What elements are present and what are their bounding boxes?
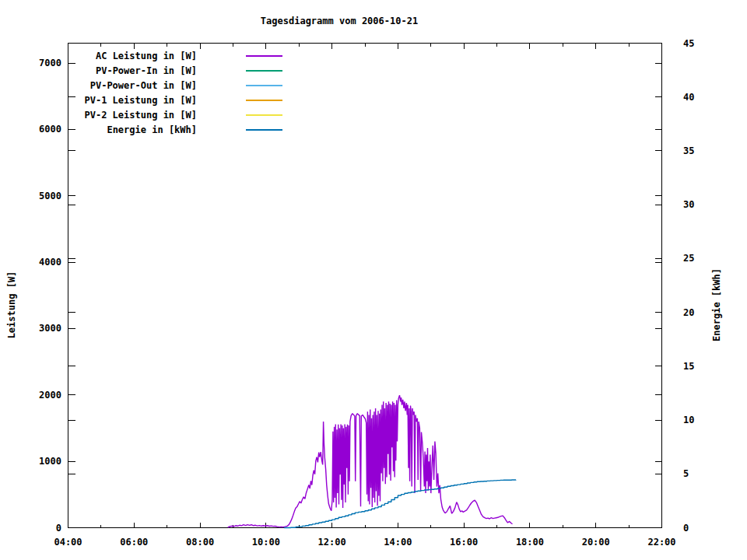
legend: AC Leistung in [W]PV-Power-In in [W]PV-P… [68, 48, 282, 137]
y2-tick-label: 15 [683, 361, 694, 372]
legend-line-sample [246, 55, 282, 57]
x-tick-label: 12:00 [318, 537, 346, 548]
y2-tick-label: 35 [683, 145, 694, 156]
legend-item-label: PV-Power-In in [W] [68, 65, 197, 76]
y2-tick-label: 5 [683, 468, 689, 479]
legend-item-label: PV-2 Leistung in [W] [68, 110, 197, 121]
legend-item-label: AC Leistung in [W] [68, 51, 197, 61]
y1-tick-label: 4000 [39, 257, 61, 268]
y1-tick-label: 7000 [39, 58, 61, 68]
y1-tick-label: 6000 [39, 124, 61, 135]
legend-item-label: PV-Power-Out in [W] [68, 80, 197, 91]
x-tick-label: 16:00 [450, 537, 478, 548]
x-tick-label: 20:00 [582, 537, 610, 548]
legend-item: AC Leistung in [W] [68, 48, 282, 63]
y1-tick-label: 1000 [39, 456, 61, 467]
chart-canvas: Tagesdiagramm vom 2006-10-21 Leistung [W… [0, 0, 747, 560]
y2-tick-label: 25 [683, 253, 694, 264]
x-tick-label: 06:00 [120, 537, 148, 548]
y2-tick-label: 45 [683, 38, 694, 49]
legend-item: Energie in [kWh] [68, 122, 282, 137]
series-energie [284, 480, 516, 528]
x-tick-label: 08:00 [186, 537, 214, 548]
legend-item: PV-1 Leistung in [W] [68, 93, 282, 107]
y2-tick-label: 0 [683, 523, 689, 534]
x-tick-label: 14:00 [384, 537, 412, 548]
y1-tick-label: 2000 [39, 390, 61, 401]
legend-item-label: Energie in [kWh] [68, 124, 197, 135]
legend-line-sample [246, 85, 282, 86]
legend-item: PV-2 Leistung in [W] [68, 107, 282, 122]
y2-tick-label: 20 [683, 307, 694, 318]
legend-item: PV-Power-In in [W] [68, 63, 282, 78]
x-tick-label: 10:00 [252, 537, 280, 548]
y1-tick-label: 0 [56, 523, 61, 534]
y1-tick-label: 5000 [39, 191, 61, 201]
y2-tick-label: 40 [683, 92, 694, 103]
y1-tick-label: 3000 [39, 323, 61, 334]
y2-tick-label: 10 [683, 415, 694, 425]
y2-tick-label: 30 [683, 199, 694, 210]
x-tick-label: 04:00 [54, 537, 82, 548]
legend-item: PV-Power-Out in [W] [68, 78, 282, 93]
legend-line-sample [246, 70, 282, 72]
legend-line-sample [246, 114, 282, 116]
x-tick-label: 18:00 [516, 537, 544, 548]
legend-item-label: PV-1 Leistung in [W] [68, 95, 197, 106]
series-ac-leistung [228, 395, 513, 527]
legend-line-sample [246, 100, 282, 101]
legend-line-sample [246, 129, 282, 131]
x-tick-label: 22:00 [647, 537, 675, 548]
